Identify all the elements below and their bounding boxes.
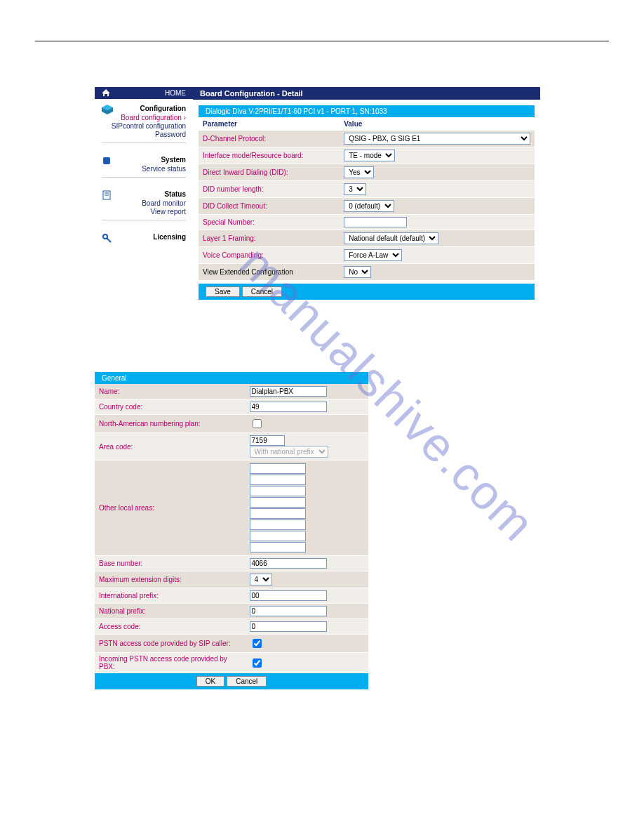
special-number-input[interactable] — [344, 217, 407, 227]
intl-prefix-input[interactable] — [250, 590, 327, 601]
key-icon — [102, 233, 112, 244]
access-code-input[interactable] — [250, 621, 327, 632]
table-row: Base number: — [95, 556, 368, 571]
other-area-input[interactable] — [250, 497, 306, 508]
param-label: Other local areas: — [95, 461, 246, 556]
area-code-prefix-select: With national prefix — [250, 446, 328, 458]
param-label: Country code: — [95, 399, 246, 415]
param-label: D-Channel Protocol: — [199, 131, 340, 147]
button-row: Save Cancel — [199, 284, 535, 300]
sidebar-link-password[interactable]: Password — [102, 131, 186, 138]
param-label: Direct Inward Dialing (DID): — [199, 164, 340, 181]
table-row: National prefix: — [95, 604, 368, 619]
sidebar-link-service-status[interactable]: Service status — [102, 165, 186, 173]
sidebar-link-board-config[interactable]: Board configuration › — [102, 114, 186, 121]
board-subtitle: Dialogic Diva V-2PRI/E1/T1-60 PCI v1 - P… — [199, 105, 535, 117]
general-header: General — [95, 372, 368, 384]
other-area-input[interactable] — [250, 508, 306, 519]
base-number-input[interactable] — [250, 558, 327, 569]
table-row: D-Channel Protocol:QSIG - PBX, G SIG E1 — [199, 131, 535, 147]
general-table: Name: Country code: North-American numbe… — [95, 384, 368, 673]
param-label: North-American numbering plan: — [95, 415, 246, 433]
max-ext-digits-select[interactable]: 4 — [250, 574, 272, 585]
interface-mode-select[interactable]: TE - mode — [344, 150, 395, 161]
table-row: Interface mode/Resource board:TE - mode — [199, 147, 535, 164]
other-area-input[interactable] — [250, 531, 306, 541]
other-area-input[interactable] — [250, 475, 306, 485]
sidebar-link-view-report[interactable]: View report — [102, 208, 186, 216]
dchannel-select[interactable]: QSIG - PBX, G SIG E1 — [344, 133, 530, 145]
param-label: Interface mode/Resource board: — [199, 147, 340, 164]
col-value: Value — [340, 117, 535, 131]
board-config-screenshot: HOME Configuration Board configuration ›… — [95, 87, 540, 305]
natl-prefix-input[interactable] — [250, 606, 327, 616]
table-row: Incoming PSTN access code provided by PB… — [95, 653, 368, 673]
home-bar[interactable]: HOME — [95, 87, 193, 99]
sidebar-head-configuration: Configuration — [102, 105, 186, 112]
param-label: Area code: — [95, 433, 246, 461]
area-code-input[interactable] — [250, 435, 285, 446]
sidebar: HOME Configuration Board configuration ›… — [95, 87, 193, 305]
nanp-checkbox[interactable] — [253, 419, 262, 428]
table-row: DID Collect Timeout:0 (default) — [199, 198, 535, 215]
cancel-button[interactable]: Cancel — [242, 286, 282, 297]
other-area-input[interactable] — [250, 519, 306, 530]
cancel-button-2[interactable]: Cancel — [227, 676, 267, 687]
voice-companding-select[interactable]: Force A-Law — [344, 249, 402, 261]
layer1-framing-select[interactable]: National default (default) — [344, 232, 438, 244]
did-select[interactable]: Yes — [344, 166, 374, 178]
config-table: Parameter Value D-Channel Protocol:QSIG … — [199, 117, 535, 281]
cube-icon — [102, 105, 113, 116]
param-label: Name: — [95, 384, 246, 399]
col-parameter: Parameter — [199, 117, 340, 131]
view-extended-select[interactable]: No — [344, 266, 371, 278]
table-row: North-American numbering plan: — [95, 415, 368, 433]
param-label: DID number length: — [199, 181, 340, 198]
param-label: Base number: — [95, 556, 246, 571]
param-label: Layer 1 Framing: — [199, 230, 340, 247]
param-label: Incoming PSTN access code provided by PB… — [95, 653, 246, 673]
pstn-pbx-checkbox[interactable] — [253, 658, 262, 668]
table-row: Layer 1 Framing:National default (defaul… — [199, 230, 535, 247]
box-icon — [102, 156, 112, 167]
main-panel: Board Configuration - Detail Dialogic Di… — [193, 87, 540, 305]
table-row: View Extended ConfigurationNo — [199, 264, 535, 281]
param-label: National prefix: — [95, 604, 246, 619]
button-row-general: OK Cancel — [95, 673, 368, 689]
pstn-sip-checkbox[interactable] — [253, 639, 262, 648]
sidebar-link-board-monitor[interactable]: Board monitor — [102, 199, 186, 207]
table-row: Voice Companding:Force A-Law — [199, 247, 535, 264]
other-areas-stack — [250, 463, 365, 552]
table-row: Maximum extension digits:4 — [95, 571, 368, 588]
param-label: PSTN access code provided by SIP caller: — [95, 635, 246, 653]
table-row: International prefix: — [95, 588, 368, 604]
title-bar: Board Configuration - Detail — [193, 87, 540, 100]
other-area-input[interactable] — [250, 542, 306, 552]
svg-line-9 — [107, 238, 111, 242]
save-button[interactable]: Save — [206, 286, 240, 297]
table-row: Area code: With national prefix — [95, 433, 368, 461]
table-row: Name: — [95, 384, 368, 399]
table-row: Access code: — [95, 619, 368, 635]
param-label: View Extended Configuration — [199, 264, 340, 281]
param-label: Voice Companding: — [199, 247, 340, 264]
param-label: Access code: — [95, 619, 246, 635]
sidebar-link-sipcontrol[interactable]: SIPcontrol configuration — [102, 122, 186, 130]
svg-marker-0 — [102, 89, 110, 96]
param-label: DID Collect Timeout: — [199, 198, 340, 215]
sidebar-head-system: System — [102, 156, 186, 164]
other-area-input[interactable] — [250, 486, 306, 496]
svg-rect-4 — [103, 157, 110, 164]
ok-button[interactable]: OK — [196, 676, 224, 687]
table-row: DID number length:3 — [199, 181, 535, 198]
did-timeout-select[interactable]: 0 (default) — [344, 200, 394, 212]
other-area-input[interactable] — [250, 463, 306, 474]
table-row: Direct Inward Dialing (DID):Yes — [199, 164, 535, 181]
country-code-input[interactable] — [250, 402, 327, 412]
home-label: HOME — [165, 89, 186, 97]
param-label: International prefix: — [95, 588, 246, 604]
name-input[interactable] — [250, 386, 327, 397]
did-length-select[interactable]: 3 — [344, 183, 366, 195]
general-dialplan-screenshot: General Name: Country code: North-Americ… — [95, 372, 368, 689]
sidebar-head-status: Status — [102, 190, 186, 198]
